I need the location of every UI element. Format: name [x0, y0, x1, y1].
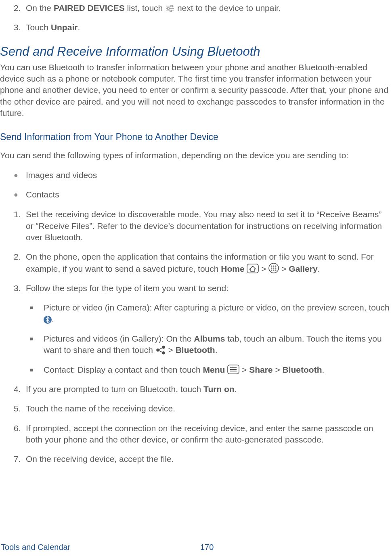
- footer-page-number: 170: [70, 542, 392, 553]
- svg-point-15: [273, 269, 275, 271]
- sub-bullet-item: ■ Contact: Display a contact and then to…: [0, 362, 390, 381]
- step-text: If you are prompted to turn on Bluetooth…: [26, 384, 390, 395]
- bullet-icon: ●: [14, 189, 26, 201]
- step-item: 3. Touch Unpair.: [0, 19, 390, 39]
- svg-point-8: [271, 265, 273, 266]
- svg-rect-3: [171, 5, 172, 7]
- bullet-icon: ■: [30, 333, 44, 356]
- bullet-item: ● Contacts: [0, 187, 390, 206]
- paragraph: You can use Bluetooth to transfer inform…: [0, 61, 390, 125]
- svg-point-11: [271, 267, 273, 268]
- step-number: 5.: [14, 403, 26, 414]
- menu-key-icon: [227, 365, 239, 374]
- svg-point-9: [273, 265, 275, 266]
- bullet-icon: ●: [14, 170, 26, 181]
- svg-point-20: [162, 352, 165, 354]
- bullet-icon: ■: [30, 302, 44, 325]
- svg-rect-5: [170, 10, 172, 12]
- label-turn-on: Turn on: [203, 384, 235, 394]
- bullet-text: Images and videos: [26, 170, 390, 181]
- step-number: 1.: [14, 209, 26, 243]
- step-item: 5. Touch the name of the receiving devic…: [0, 401, 390, 420]
- label-bluetooth: Bluetooth: [283, 365, 322, 374]
- heading-send-receive-bluetooth: Send and Receive Information Using Bluet…: [0, 42, 390, 61]
- footer-section-title: Tools and Calendar: [0, 542, 70, 553]
- svg-point-10: [275, 265, 277, 266]
- svg-line-21: [159, 348, 162, 350]
- step-text: Follow the steps for the type of item yo…: [26, 283, 390, 294]
- share-icon: [155, 346, 166, 354]
- text: .: [215, 345, 218, 354]
- bluetooth-blue-icon: [44, 316, 52, 324]
- text: .: [322, 365, 324, 374]
- step-text: On the phone, open the application that …: [26, 251, 390, 275]
- step-item: 2. On the phone, open the application th…: [0, 249, 390, 280]
- paragraph: You can send the following types of info…: [0, 149, 390, 167]
- step-number: 6.: [14, 423, 26, 446]
- text: >: [166, 345, 176, 354]
- sub-bullet-text: Picture or video (in Camera): After capt…: [44, 302, 390, 325]
- text: next to the device to unpair.: [175, 3, 281, 13]
- step-item: 6. If prompted, accept the connection on…: [0, 420, 390, 451]
- label-menu: Menu: [203, 365, 225, 374]
- step-number: 7.: [14, 453, 26, 465]
- sliders-icon: [165, 4, 175, 13]
- svg-point-18: [157, 349, 159, 351]
- label-paired-devices: PAIRED DEVICES: [54, 3, 125, 13]
- text: Touch: [26, 23, 51, 32]
- step-number: 3.: [14, 22, 26, 33]
- step-item: 1. Set the receiving device to discovera…: [0, 206, 390, 249]
- step-text: If prompted, accept the connection on th…: [26, 423, 390, 446]
- text: >: [279, 264, 289, 273]
- label-bluetooth: Bluetooth: [176, 345, 215, 354]
- text: If you are prompted to turn on Bluetooth…: [26, 384, 203, 394]
- text: Picture or video (in Camera): After capt…: [44, 303, 390, 312]
- text: >: [259, 264, 268, 273]
- step-text: On the receiving device, accept the file…: [26, 453, 390, 465]
- step-text: On the PAIRED DEVICES list, touch next t…: [26, 2, 390, 14]
- step-item: 2. On the PAIRED DEVICES list, touch nex…: [0, 0, 390, 19]
- svg-rect-4: [168, 8, 169, 9]
- text: >: [239, 365, 249, 374]
- step-number: 2.: [14, 251, 26, 275]
- step-text: Touch Unpair.: [26, 22, 390, 33]
- step-number: 4.: [14, 384, 26, 395]
- sub-bullet-item: ■ Picture or video (in Camera): After ca…: [0, 300, 390, 331]
- page-footer: Tools and Calendar 170: [0, 542, 392, 553]
- text: list, touch: [125, 3, 165, 13]
- text: Pictures and videos (in Gallery): On the: [44, 334, 194, 343]
- svg-point-13: [275, 267, 277, 268]
- text: .: [318, 264, 320, 273]
- label-unpair: Unpair: [51, 23, 78, 32]
- label-albums: Albums: [194, 334, 225, 343]
- step-number: 3.: [14, 283, 26, 294]
- label-gallery: Gallery: [289, 264, 317, 273]
- step-number: 2.: [14, 2, 26, 14]
- sub-bullet-item: ■ Pictures and videos (in Gallery): On t…: [0, 331, 390, 362]
- bullet-icon: ■: [30, 364, 44, 375]
- svg-point-12: [273, 267, 275, 268]
- svg-point-16: [275, 269, 277, 271]
- svg-point-19: [162, 346, 165, 348]
- text: On the: [26, 3, 54, 13]
- text: Contact: Display a contact and then touc…: [44, 365, 203, 374]
- step-item: 3. Follow the steps for the type of item…: [0, 280, 390, 300]
- sub-bullet-text: Contact: Display a contact and then touc…: [44, 364, 390, 375]
- text: .: [52, 315, 54, 324]
- step-text: Set the receiving device to discoverable…: [26, 209, 390, 243]
- step-item: 4. If you are prompted to turn on Blueto…: [0, 381, 390, 401]
- svg-point-14: [271, 269, 273, 271]
- sub-bullet-text: Pictures and videos (in Gallery): On the…: [44, 333, 390, 356]
- bullet-item: ● Images and videos: [0, 167, 390, 187]
- home-icon: [247, 264, 259, 273]
- label-share: Share: [249, 365, 273, 374]
- text: >: [273, 365, 283, 374]
- heading-send-from-phone: Send Information from Your Phone to Anot…: [0, 127, 390, 147]
- label-home: Home: [221, 264, 244, 273]
- svg-line-22: [159, 351, 162, 353]
- text: .: [235, 384, 237, 394]
- step-text: Touch the name of the receiving device.: [26, 403, 390, 414]
- text: .: [78, 23, 80, 32]
- step-item: 7. On the receiving device, accept the f…: [0, 451, 390, 470]
- apps-grid-icon: [268, 263, 279, 273]
